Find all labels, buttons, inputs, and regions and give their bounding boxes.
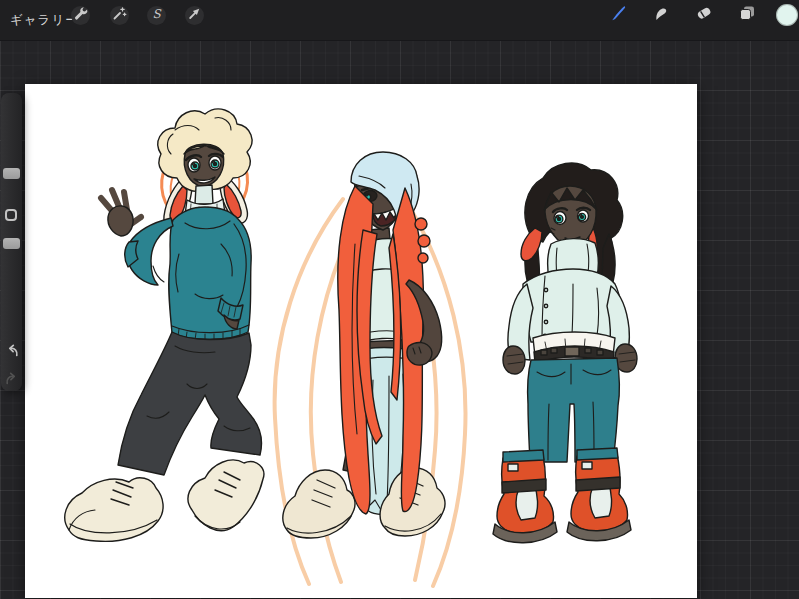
redo-button[interactable] xyxy=(4,371,20,387)
undo-arrow-icon xyxy=(4,345,20,362)
layers-icon xyxy=(737,3,757,27)
eraser-icon xyxy=(694,3,714,27)
drawing-canvas[interactable] xyxy=(25,84,697,598)
magic-wand-icon xyxy=(110,4,129,27)
svg-text:S: S xyxy=(152,6,162,20)
character-1-artwork xyxy=(65,109,264,541)
brush-size-slider[interactable] xyxy=(3,168,20,179)
selection-s-icon: S xyxy=(147,4,166,27)
erase-tool-button[interactable] xyxy=(694,5,714,25)
selection-button[interactable]: S xyxy=(147,6,166,25)
sidebar-toolbar xyxy=(1,93,22,391)
modify-button[interactable] xyxy=(5,209,17,221)
paint-tool-button[interactable] xyxy=(608,5,628,25)
smudge-finger-icon xyxy=(651,3,671,27)
brush-icon xyxy=(608,3,628,27)
actions-button[interactable] xyxy=(71,6,90,25)
character-3-artwork xyxy=(493,163,637,543)
top-toolbar: ギャラリー S xyxy=(0,0,799,41)
workspace-background xyxy=(0,40,799,599)
redo-arrow-icon xyxy=(4,373,20,390)
canvas-artwork xyxy=(25,84,697,598)
gallery-button[interactable]: ギャラリー xyxy=(10,0,79,40)
color-swatch-circle[interactable] xyxy=(776,4,798,26)
opacity-slider[interactable] xyxy=(3,238,20,249)
wrench-icon xyxy=(71,4,90,27)
layers-button[interactable] xyxy=(737,5,757,25)
character-2-artwork xyxy=(275,152,466,586)
transform-button[interactable] xyxy=(185,6,204,25)
undo-button[interactable] xyxy=(4,343,20,359)
transform-arrow-icon xyxy=(185,4,204,27)
adjustments-button[interactable] xyxy=(110,6,129,25)
smudge-tool-button[interactable] xyxy=(651,5,671,25)
